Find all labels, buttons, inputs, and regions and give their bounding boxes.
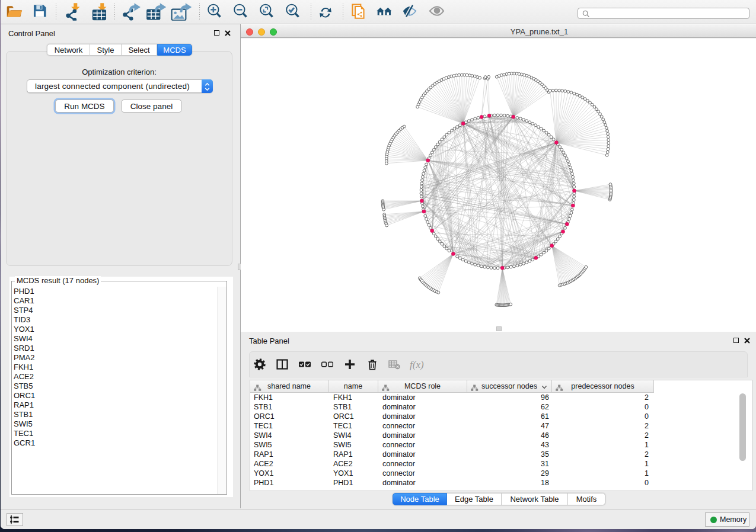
svg-text:f(x): f(x) — [410, 359, 424, 370]
